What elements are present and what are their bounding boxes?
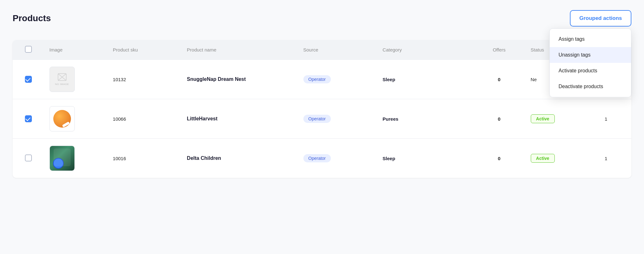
row-offers: 0 (473, 139, 526, 178)
products-table: Image Product sku Product name Source Ca… (13, 40, 631, 178)
product-image (50, 146, 75, 171)
row-image-cell (44, 139, 108, 178)
grouped-actions-button[interactable]: Grouped actions (570, 10, 631, 27)
row-offers: 0 (473, 60, 526, 99)
row-source: Operator (298, 139, 378, 178)
row-image-cell: NO IMAGE (44, 60, 108, 99)
col-check-header[interactable] (13, 40, 44, 60)
orange-circle-icon (53, 110, 71, 128)
table-row: 10066LittleHarvestOperatorPurees0Active1 (13, 99, 631, 139)
spoon-icon (62, 122, 70, 128)
sleeping-bag-pattern (54, 148, 71, 166)
row-checkbox[interactable] (25, 76, 32, 83)
row-offers: 0 (473, 99, 526, 139)
status-badge: Active (531, 114, 555, 123)
row-product-name: Delta Children (182, 139, 298, 178)
row-sku: 10016 (108, 139, 182, 178)
row-checkbox[interactable] (25, 115, 32, 122)
row-checkbox[interactable] (25, 154, 32, 161)
row-status: Active (526, 99, 600, 139)
row-sku: 10066 (108, 99, 182, 139)
status-badge: Active (531, 154, 555, 163)
col-sku-header: Product sku (108, 40, 182, 60)
source-badge: Operator (303, 75, 331, 83)
source-badge: Operator (303, 115, 331, 123)
col-name-header: Product name (182, 40, 298, 60)
col-image-header: Image (44, 40, 108, 60)
dropdown-item[interactable]: Unassign tags (550, 47, 631, 63)
no-image-icon: NO IMAGE (50, 67, 74, 92)
row-image-cell (44, 99, 108, 139)
sleeping-bag-icon (50, 146, 74, 171)
product-image-placeholder: NO IMAGE (50, 67, 75, 92)
page-title: Products (13, 13, 51, 23)
row-checkbox-cell (13, 60, 44, 99)
table-row: 10016Delta ChildrenOperatorSleep0Active1 (13, 139, 631, 178)
row-category: Sleep (378, 139, 473, 178)
row-source: Operator (298, 60, 378, 99)
table-header-row: Image Product sku Product name Source Ca… (13, 40, 631, 60)
row-product-name: LittleHarvest (182, 99, 298, 139)
row-category: Purees (378, 99, 473, 139)
col-offers-header: Offers (473, 40, 526, 60)
product-image-content (52, 109, 72, 129)
dropdown-menu: Assign tagsUnassign tagsActivate product… (549, 28, 631, 97)
dropdown-item[interactable]: Assign tags (550, 31, 631, 47)
row-category: Sleep (378, 60, 473, 99)
grouped-actions-dropdown: Assign tagsUnassign tagsActivate product… (549, 28, 631, 97)
row-product-name: SnuggleNap Dream Nest (182, 60, 298, 99)
row-checkbox-cell (13, 139, 44, 178)
col-source-header: Source (298, 40, 378, 60)
source-badge: Operator (303, 154, 331, 162)
select-all-checkbox[interactable] (25, 46, 32, 53)
row-source: Operator (298, 99, 378, 139)
row-extra: 1 (600, 99, 631, 139)
row-extra: 1 (600, 139, 631, 178)
row-checkbox-cell (13, 99, 44, 139)
col-category-header: Category (378, 40, 473, 60)
table-row: NO IMAGE 10132SnuggleNap Dream NestOpera… (13, 60, 631, 99)
row-sku: 10132 (108, 60, 182, 99)
dropdown-item[interactable]: Deactivate products (550, 79, 631, 94)
row-status: Active (526, 139, 600, 178)
dropdown-item[interactable]: Activate products (550, 63, 631, 79)
product-image (50, 106, 75, 131)
results-row: Result: 7 results (13, 32, 631, 37)
page-header: Products Grouped actions (13, 10, 631, 27)
